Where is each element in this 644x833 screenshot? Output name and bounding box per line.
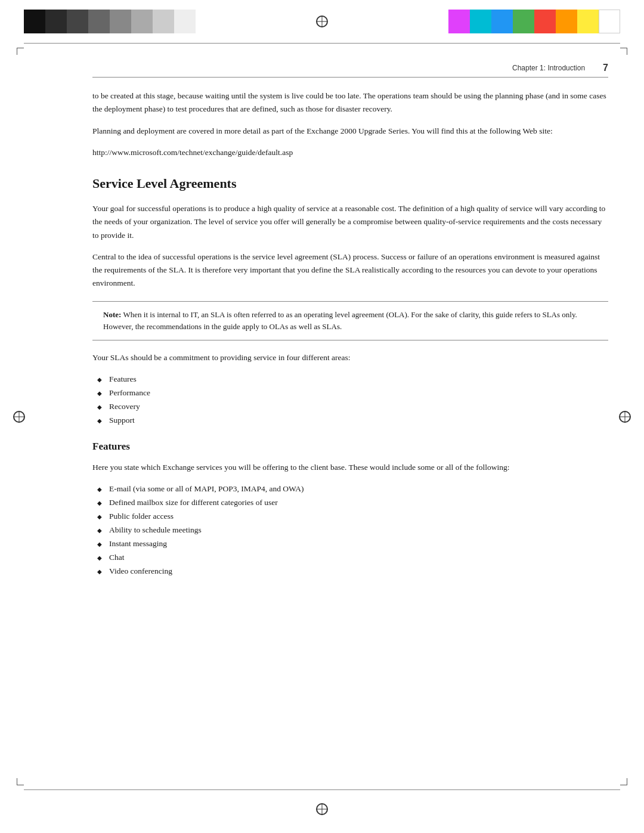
note-label: Note: <box>103 310 123 319</box>
bottom-border-line <box>24 789 620 790</box>
top-crosshair <box>316 16 328 27</box>
page-number: 7 <box>603 63 608 73</box>
swatch-dark2 <box>67 10 88 33</box>
left-swatches <box>24 10 196 33</box>
right-swatches <box>448 10 620 33</box>
list-item-features: Features <box>92 373 608 386</box>
swatch-blue <box>491 10 513 33</box>
chapter-header: Chapter 1: Introduction 7 <box>92 63 608 78</box>
list-item-performance: Performance <box>92 386 608 400</box>
corner-mark-bl <box>17 778 24 785</box>
swatch-cyan <box>470 10 491 33</box>
list-item-support: Support <box>92 414 608 428</box>
chapter-label: Chapter 1: Introduction <box>512 64 585 72</box>
sla-para1: Your goal for successful operations is t… <box>92 202 608 242</box>
swatch-dark1 <box>45 10 67 33</box>
swatch-magenta <box>448 10 470 33</box>
note-box: Note: When it is internal to IT, an SLA … <box>92 301 608 340</box>
list-item-recovery: Recovery <box>92 400 608 414</box>
top-bar <box>0 0 644 43</box>
sla-para2: Central to the idea of successful operat… <box>92 250 608 290</box>
right-crosshair <box>619 411 631 423</box>
intro-para2: Planning and deployment are covered in m… <box>92 125 608 138</box>
bottom-crosshair <box>316 803 328 815</box>
top-border-line <box>24 43 620 44</box>
list-item-mailbox-size: Defined mailbox size for different categ… <box>92 496 608 510</box>
swatch-black <box>24 10 45 33</box>
sla-areas-intro: Your SLAs should be a commitment to prov… <box>92 351 608 364</box>
page-content: Chapter 1: Introduction 7 to be created … <box>92 57 608 779</box>
list-item-public-folder: Public folder access <box>92 510 608 524</box>
swatch-mid1 <box>88 10 110 33</box>
subsection-heading-features: Features <box>92 441 608 453</box>
swatch-green <box>513 10 534 33</box>
list-item-schedule-meetings: Ability to schedule meetings <box>92 524 608 537</box>
left-crosshair <box>13 411 25 423</box>
url-text: http://www.microsoft.com/technet/exchang… <box>92 146 608 159</box>
features-intro: Here you state which Exchange services y… <box>92 461 608 474</box>
swatch-mid2 <box>110 10 131 33</box>
section-heading-sla: Service Level Agreements <box>92 176 608 191</box>
swatch-white-near <box>174 10 196 33</box>
swatch-light2 <box>153 10 174 33</box>
features-bullet-list: E-mail (via some or all of MAPI, POP3, I… <box>92 482 608 578</box>
swatch-light1 <box>131 10 153 33</box>
note-content: When it is internal to IT, an SLA is oft… <box>103 310 577 331</box>
swatch-red <box>534 10 556 33</box>
list-item-email: E-mail (via some or all of MAPI, POP3, I… <box>92 482 608 496</box>
list-item-chat: Chat <box>92 551 608 565</box>
swatch-yellow <box>577 10 599 33</box>
corner-mark-tl <box>17 48 24 55</box>
list-item-instant-messaging: Instant messaging <box>92 537 608 551</box>
corner-mark-br <box>620 778 627 785</box>
list-item-video-conf: Video conferencing <box>92 565 608 578</box>
swatch-white <box>599 10 620 33</box>
sla-bullet-list: Features Performance Recovery Support <box>92 373 608 428</box>
swatch-orange <box>556 10 577 33</box>
corner-mark-tr <box>620 48 627 55</box>
intro-para1: to be created at this stage, because wai… <box>92 89 608 116</box>
